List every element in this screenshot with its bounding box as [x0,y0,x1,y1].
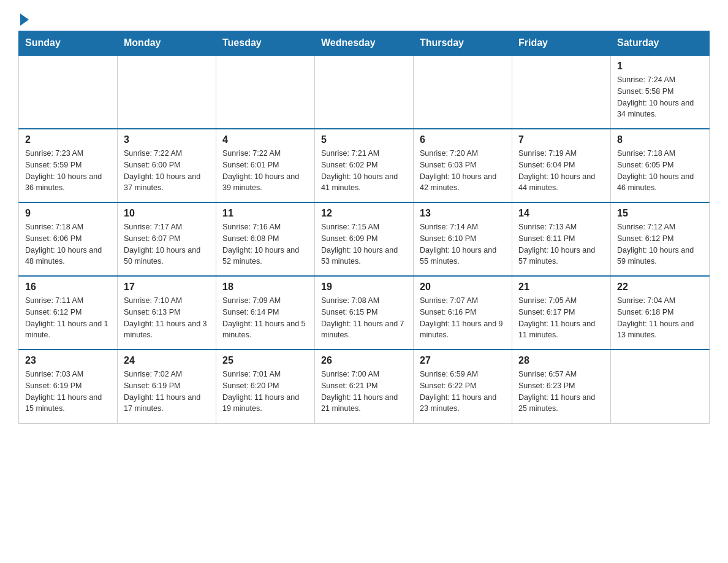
calendar-cell: 22Sunrise: 7:04 AM Sunset: 6:18 PM Dayli… [611,276,710,350]
day-number: 22 [617,282,703,293]
calendar-week-row: 2Sunrise: 7:23 AM Sunset: 5:59 PM Daylig… [19,129,710,202]
day-info: Sunrise: 7:14 AM Sunset: 6:10 PM Dayligh… [420,221,506,267]
day-number: 16 [25,282,111,293]
day-number: 13 [420,208,506,219]
logo [18,12,29,25]
day-info: Sunrise: 7:24 AM Sunset: 5:58 PM Dayligh… [617,74,703,120]
day-number: 21 [518,282,604,293]
weekday-header-friday: Friday [512,31,611,56]
day-number: 25 [222,355,308,366]
day-number: 24 [124,355,210,366]
day-info: Sunrise: 7:15 AM Sunset: 6:09 PM Dayligh… [321,221,407,267]
day-number: 20 [420,282,506,293]
day-number: 18 [222,282,308,293]
day-number: 26 [321,355,407,366]
calendar-cell: 19Sunrise: 7:08 AM Sunset: 6:15 PM Dayli… [315,276,414,350]
day-number: 23 [25,355,111,366]
calendar-week-row: 16Sunrise: 7:11 AM Sunset: 6:12 PM Dayli… [19,276,710,350]
day-number: 3 [124,134,210,145]
day-info: Sunrise: 7:23 AM Sunset: 5:59 PM Dayligh… [25,148,111,194]
day-number: 9 [25,208,111,219]
day-info: Sunrise: 7:19 AM Sunset: 6:04 PM Dayligh… [518,148,604,194]
calendar-header-row: SundayMondayTuesdayWednesdayThursdayFrid… [19,31,710,56]
calendar-week-row: 9Sunrise: 7:18 AM Sunset: 6:06 PM Daylig… [19,202,710,276]
day-number: 7 [518,134,604,145]
day-number: 8 [617,134,703,145]
day-number: 10 [124,208,210,219]
calendar-cell: 20Sunrise: 7:07 AM Sunset: 6:16 PM Dayli… [414,276,512,350]
calendar-cell: 23Sunrise: 7:03 AM Sunset: 6:19 PM Dayli… [19,350,118,423]
day-number: 11 [222,208,308,219]
day-info: Sunrise: 7:01 AM Sunset: 6:20 PM Dayligh… [222,369,308,415]
day-number: 28 [518,355,604,366]
day-info: Sunrise: 7:12 AM Sunset: 6:12 PM Dayligh… [617,221,703,267]
calendar-cell: 17Sunrise: 7:10 AM Sunset: 6:13 PM Dayli… [118,276,216,350]
day-number: 15 [617,208,703,219]
calendar-cell: 26Sunrise: 7:00 AM Sunset: 6:21 PM Dayli… [315,350,414,423]
calendar-cell: 1Sunrise: 7:24 AM Sunset: 5:58 PM Daylig… [611,55,710,129]
weekday-header-sunday: Sunday [19,31,118,56]
day-info: Sunrise: 7:22 AM Sunset: 6:00 PM Dayligh… [124,148,210,194]
day-number: 14 [518,208,604,219]
calendar-cell: 21Sunrise: 7:05 AM Sunset: 6:17 PM Dayli… [512,276,611,350]
day-info: Sunrise: 7:11 AM Sunset: 6:12 PM Dayligh… [25,295,111,341]
calendar-cell: 12Sunrise: 7:15 AM Sunset: 6:09 PM Dayli… [315,202,414,276]
day-info: Sunrise: 7:00 AM Sunset: 6:21 PM Dayligh… [321,369,407,415]
calendar-cell: 2Sunrise: 7:23 AM Sunset: 5:59 PM Daylig… [19,129,118,202]
day-info: Sunrise: 7:20 AM Sunset: 6:03 PM Dayligh… [420,148,506,194]
calendar-cell [512,55,611,129]
calendar-cell: 5Sunrise: 7:21 AM Sunset: 6:02 PM Daylig… [315,129,414,202]
calendar-cell: 4Sunrise: 7:22 AM Sunset: 6:01 PM Daylig… [216,129,315,202]
calendar-cell: 11Sunrise: 7:16 AM Sunset: 6:08 PM Dayli… [216,202,315,276]
calendar-cell: 7Sunrise: 7:19 AM Sunset: 6:04 PM Daylig… [512,129,611,202]
day-info: Sunrise: 7:21 AM Sunset: 6:02 PM Dayligh… [321,148,407,194]
day-info: Sunrise: 6:59 AM Sunset: 6:22 PM Dayligh… [420,369,506,415]
page-header [18,12,710,25]
calendar-cell: 10Sunrise: 7:17 AM Sunset: 6:07 PM Dayli… [118,202,216,276]
day-info: Sunrise: 7:03 AM Sunset: 6:19 PM Dayligh… [25,369,111,415]
calendar-cell: 25Sunrise: 7:01 AM Sunset: 6:20 PM Dayli… [216,350,315,423]
calendar-cell: 18Sunrise: 7:09 AM Sunset: 6:14 PM Dayli… [216,276,315,350]
day-number: 5 [321,134,407,145]
day-number: 6 [420,134,506,145]
calendar-cell: 28Sunrise: 6:57 AM Sunset: 6:23 PM Dayli… [512,350,611,423]
calendar-cell: 14Sunrise: 7:13 AM Sunset: 6:11 PM Dayli… [512,202,611,276]
day-number: 19 [321,282,407,293]
weekday-header-monday: Monday [118,31,216,56]
day-info: Sunrise: 7:04 AM Sunset: 6:18 PM Dayligh… [617,295,703,341]
day-info: Sunrise: 7:05 AM Sunset: 6:17 PM Dayligh… [518,295,604,341]
calendar-cell: 15Sunrise: 7:12 AM Sunset: 6:12 PM Dayli… [611,202,710,276]
weekday-header-wednesday: Wednesday [315,31,414,56]
day-number: 1 [617,61,703,72]
day-info: Sunrise: 7:16 AM Sunset: 6:08 PM Dayligh… [222,221,308,267]
day-info: Sunrise: 7:10 AM Sunset: 6:13 PM Dayligh… [124,295,210,341]
calendar-cell: 6Sunrise: 7:20 AM Sunset: 6:03 PM Daylig… [414,129,512,202]
day-number: 17 [124,282,210,293]
day-info: Sunrise: 7:02 AM Sunset: 6:19 PM Dayligh… [124,369,210,415]
day-info: Sunrise: 7:13 AM Sunset: 6:11 PM Dayligh… [518,221,604,267]
calendar-cell: 9Sunrise: 7:18 AM Sunset: 6:06 PM Daylig… [19,202,118,276]
calendar-cell: 13Sunrise: 7:14 AM Sunset: 6:10 PM Dayli… [414,202,512,276]
day-info: Sunrise: 7:18 AM Sunset: 6:06 PM Dayligh… [25,221,111,267]
calendar-cell [216,55,315,129]
day-info: Sunrise: 7:09 AM Sunset: 6:14 PM Dayligh… [222,295,308,341]
day-number: 2 [25,134,111,145]
day-info: Sunrise: 7:08 AM Sunset: 6:15 PM Dayligh… [321,295,407,341]
calendar-cell: 3Sunrise: 7:22 AM Sunset: 6:00 PM Daylig… [118,129,216,202]
logo-arrow-icon [20,13,29,26]
weekday-header-saturday: Saturday [611,31,710,56]
calendar-cell: 8Sunrise: 7:18 AM Sunset: 6:05 PM Daylig… [611,129,710,202]
day-info: Sunrise: 7:07 AM Sunset: 6:16 PM Dayligh… [420,295,506,341]
weekday-header-thursday: Thursday [414,31,512,56]
calendar-table: SundayMondayTuesdayWednesdayThursdayFrid… [18,31,710,424]
day-info: Sunrise: 7:18 AM Sunset: 6:05 PM Dayligh… [617,148,703,194]
calendar-cell [19,55,118,129]
calendar-week-row: 1Sunrise: 7:24 AM Sunset: 5:58 PM Daylig… [19,55,710,129]
calendar-cell [611,350,710,423]
day-info: Sunrise: 6:57 AM Sunset: 6:23 PM Dayligh… [518,369,604,415]
day-info: Sunrise: 7:17 AM Sunset: 6:07 PM Dayligh… [124,221,210,267]
day-number: 4 [222,134,308,145]
day-number: 12 [321,208,407,219]
calendar-week-row: 23Sunrise: 7:03 AM Sunset: 6:19 PM Dayli… [19,350,710,423]
day-number: 27 [420,355,506,366]
